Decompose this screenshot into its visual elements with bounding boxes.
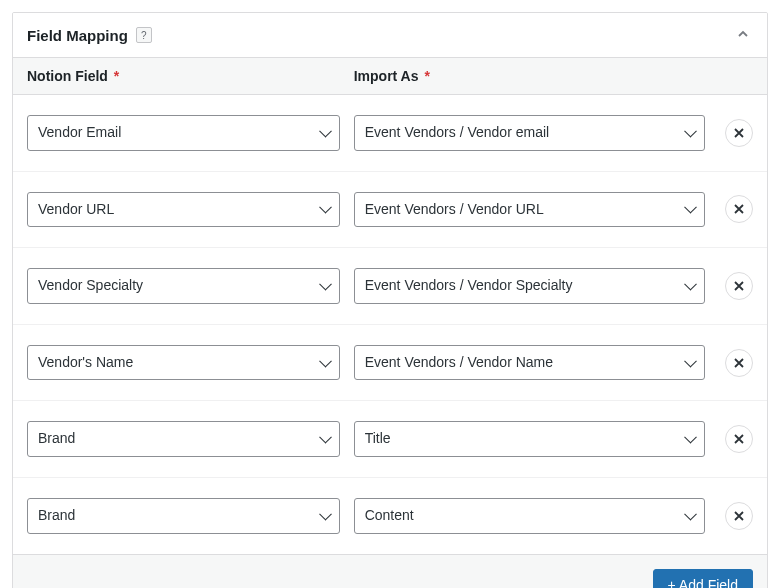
import-as-cell: Event Vendors / Vendor Name [354, 345, 753, 381]
notion-field-cell: Vendor Specialty [27, 268, 354, 304]
caret-up-icon [737, 28, 749, 40]
collapse-toggle[interactable] [733, 23, 753, 47]
import-as-select[interactable]: Content [354, 498, 705, 534]
close-icon [734, 511, 744, 521]
notion-field-select-wrapper: Vendor Email [27, 115, 340, 151]
remove-row-button[interactable] [725, 425, 753, 453]
import-as-select[interactable]: Event Vendors / Vendor Specialty [354, 268, 705, 304]
notion-field-select[interactable]: Vendor's Name [27, 345, 340, 381]
close-icon [734, 128, 744, 138]
panel-header: Field Mapping ? [13, 13, 767, 58]
mapping-row: Vendor URLEvent Vendors / Vendor URL [13, 172, 767, 249]
import-as-select-wrapper: Event Vendors / Vendor URL [354, 192, 705, 228]
column-importas-header: Import As * [354, 68, 753, 84]
close-icon [734, 358, 744, 368]
required-mark: * [114, 68, 119, 84]
mapping-row: BrandContent [13, 478, 767, 554]
import-as-select-wrapper: Title [354, 421, 705, 457]
import-as-select-wrapper: Event Vendors / Vendor Name [354, 345, 705, 381]
mapping-row: Vendor EmailEvent Vendors / Vendor email [13, 95, 767, 172]
import-as-select-wrapper: Event Vendors / Vendor Specialty [354, 268, 705, 304]
notion-field-cell: Brand [27, 421, 354, 457]
notion-field-cell: Vendor's Name [27, 345, 354, 381]
add-field-button[interactable]: + Add Field [653, 569, 753, 588]
close-icon [734, 434, 744, 444]
mapping-row: Vendor SpecialtyEvent Vendors / Vendor S… [13, 248, 767, 325]
notion-field-cell: Vendor Email [27, 115, 354, 151]
remove-row-button[interactable] [725, 195, 753, 223]
column-notion-header: Notion Field * [27, 68, 354, 84]
remove-row-button[interactable] [725, 349, 753, 377]
notion-field-select[interactable]: Vendor Specialty [27, 268, 340, 304]
import-as-select[interactable]: Event Vendors / Vendor Name [354, 345, 705, 381]
import-as-cell: Content [354, 498, 753, 534]
column-importas-label: Import As [354, 68, 419, 84]
remove-row-button[interactable] [725, 272, 753, 300]
notion-field-cell: Vendor URL [27, 192, 354, 228]
field-mapping-panel: Field Mapping ? Notion Field * Import As… [12, 12, 768, 588]
close-icon [734, 204, 744, 214]
notion-field-select-wrapper: Brand [27, 498, 340, 534]
help-icon[interactable]: ? [136, 27, 152, 43]
mapping-rows: Vendor EmailEvent Vendors / Vendor email… [13, 95, 767, 554]
notion-field-select-wrapper: Vendor URL [27, 192, 340, 228]
required-mark: * [424, 68, 429, 84]
panel-title: Field Mapping ? [27, 27, 152, 44]
import-as-cell: Event Vendors / Vendor Specialty [354, 268, 753, 304]
column-notion-label: Notion Field [27, 68, 108, 84]
close-icon [734, 281, 744, 291]
panel-title-text: Field Mapping [27, 27, 128, 44]
notion-field-select-wrapper: Vendor's Name [27, 345, 340, 381]
remove-row-button[interactable] [725, 119, 753, 147]
notion-field-select[interactable]: Brand [27, 421, 340, 457]
panel-footer: + Add Field [13, 554, 767, 588]
remove-row-button[interactable] [725, 502, 753, 530]
import-as-select[interactable]: Event Vendors / Vendor email [354, 115, 705, 151]
mapping-row: BrandTitle [13, 401, 767, 478]
import-as-cell: Title [354, 421, 753, 457]
columns-header: Notion Field * Import As * [13, 58, 767, 95]
notion-field-select-wrapper: Brand [27, 421, 340, 457]
notion-field-select[interactable]: Brand [27, 498, 340, 534]
import-as-select[interactable]: Event Vendors / Vendor URL [354, 192, 705, 228]
notion-field-cell: Brand [27, 498, 354, 534]
import-as-cell: Event Vendors / Vendor email [354, 115, 753, 151]
mapping-row: Vendor's NameEvent Vendors / Vendor Name [13, 325, 767, 402]
import-as-select-wrapper: Content [354, 498, 705, 534]
notion-field-select[interactable]: Vendor URL [27, 192, 340, 228]
import-as-select[interactable]: Title [354, 421, 705, 457]
import-as-cell: Event Vendors / Vendor URL [354, 192, 753, 228]
notion-field-select-wrapper: Vendor Specialty [27, 268, 340, 304]
notion-field-select[interactable]: Vendor Email [27, 115, 340, 151]
import-as-select-wrapper: Event Vendors / Vendor email [354, 115, 705, 151]
